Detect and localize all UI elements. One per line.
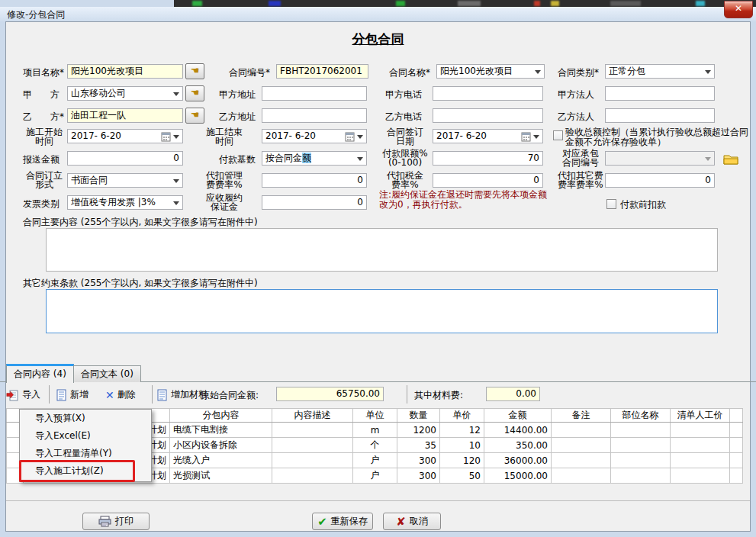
sign-date-value: 2017- 6-20 [436, 130, 487, 141]
pre-pay-deduct-checkbox[interactable] [606, 199, 616, 209]
deposit-field[interactable]: 0 [262, 195, 367, 210]
party-b-label: 乙 方* [23, 111, 64, 123]
col-desc[interactable]: 内容描述 [272, 409, 353, 423]
party-a-tel-label: 甲方电话 [385, 88, 422, 101]
tab-contract-content[interactable]: 合同内容 (4) [6, 364, 74, 383]
calendar-icon[interactable] [521, 131, 531, 142]
pay-limit-field[interactable]: 70 [433, 151, 543, 166]
related-contract-combo[interactable] [605, 151, 715, 166]
contract-type-combo[interactable]: 正常分包 [605, 64, 715, 79]
background-icon [192, 1, 202, 6]
start-date-field[interactable]: 2017- 6-20 [67, 129, 183, 143]
pay-base-label: 付款基数 [219, 153, 256, 166]
chevron-down-icon[interactable] [173, 201, 179, 205]
contract-form-combo[interactable]: 书面合同 [67, 173, 183, 188]
col-price[interactable]: 单价 [440, 409, 484, 423]
project-name-field[interactable]: 阳光100光改项目 [67, 64, 183, 79]
print-button[interactable]: 打印 [82, 513, 150, 530]
background-icon [458, 1, 481, 6]
contract-form-label: 合同订立 形式 [21, 171, 67, 189]
chevron-down-icon[interactable] [357, 135, 363, 139]
other-terms-textarea[interactable] [46, 289, 718, 333]
chevron-down-icon[interactable] [533, 135, 539, 139]
material-fee-field[interactable]: 0.00 [486, 387, 540, 401]
related-contract-label: 对应承包 合同编号 [556, 149, 605, 167]
party-a-label: 甲 方 [23, 88, 60, 101]
printer-icon [98, 516, 111, 527]
contract-no-field[interactable]: FBHT2017062001 [276, 64, 368, 79]
contract-name-combo[interactable]: 阳光100光改项目 [436, 64, 545, 79]
party-b-field[interactable]: 油田工程一队 [67, 108, 183, 123]
col-content[interactable]: 分包内容 [170, 409, 272, 423]
report-amount-label: 报送金额 [23, 153, 60, 166]
background-icon [269, 1, 281, 6]
delete-row-button[interactable]: ✕删除 [105, 386, 136, 403]
tax-fee-field[interactable]: 0 [433, 173, 543, 188]
invoice-type-combo[interactable]: 增值税专用发票 |3% [67, 195, 183, 210]
party-b-tel-field[interactable] [433, 108, 543, 123]
deposit-label: 应收履约 保证金 [191, 193, 258, 211]
accept-total-control-checkbox[interactable] [553, 130, 563, 140]
col-remark[interactable]: 备注 [552, 409, 611, 423]
main-content-textarea[interactable] [46, 228, 718, 272]
hand-pointer-icon: ☚ [191, 65, 200, 76]
col-qty[interactable]: 数量 [397, 409, 440, 423]
tab-contract-text[interactable]: 合同文本 (0) [73, 365, 141, 382]
report-amount-field[interactable]: 0 [67, 151, 183, 166]
party-a-legal-field[interactable] [605, 86, 715, 101]
chevron-down-icon[interactable] [705, 70, 711, 74]
background-window-strip [0, 0, 756, 7]
col-part[interactable]: 部位名称 [611, 409, 671, 423]
import-icon [6, 389, 19, 401]
add-row-button[interactable]: 新增 [56, 386, 88, 403]
hand-pointer-icon: ☚ [191, 87, 200, 98]
hand-pointer-icon: ☚ [191, 109, 200, 121]
toolbar-separator [407, 385, 407, 404]
project-name-label: 项目名称* [23, 66, 64, 79]
chevron-down-icon[interactable] [173, 92, 179, 96]
party-a-combo[interactable]: 山东移动公司 [67, 86, 183, 101]
material-fee-label: 其中材料费: [414, 387, 463, 403]
menu-item-import-excel[interactable]: 导入Excel(E) [20, 427, 151, 445]
party-a-picker-button[interactable]: ☚ [185, 85, 204, 101]
party-a-addr-field[interactable] [262, 86, 367, 101]
cancel-label: 取消 [410, 516, 428, 526]
tax-fee-label: 代扣税金 费率% [380, 171, 430, 189]
col-unit[interactable]: 单位 [353, 409, 397, 423]
col-amount[interactable]: 金额 [484, 409, 552, 423]
print-label: 打印 [115, 516, 134, 526]
orig-amount-field[interactable]: 65750.00 [276, 387, 384, 401]
party-b-addr-field[interactable] [262, 108, 367, 123]
delete-icon: ✕ [105, 387, 114, 404]
menu-item-import-budget[interactable]: 导入预算(X) [20, 410, 151, 427]
main-content-label: 合同主要内容 (255个字以内, 如果文字很多请写在附件中) [23, 216, 258, 228]
sign-date-field[interactable]: 2017- 6-20 [433, 129, 543, 143]
browse-folder-button[interactable] [721, 150, 741, 167]
end-date-field[interactable]: 2017- 6-20 [262, 129, 367, 143]
calendar-icon[interactable] [345, 131, 355, 142]
chevron-down-icon[interactable] [357, 157, 363, 161]
cancel-button[interactable]: ✘取消 [383, 513, 441, 530]
background-icon [696, 1, 705, 6]
title-bar[interactable] [0, 7, 756, 21]
sign-date-label: 合同签订 日期 [380, 127, 430, 146]
col-list-price[interactable]: 清单人工价 [671, 409, 730, 423]
party-b-picker-button[interactable]: ☚ [185, 108, 204, 124]
project-picker-button[interactable]: ☚ [185, 63, 204, 79]
chevron-down-icon[interactable] [173, 135, 179, 139]
import-button[interactable]: 导入 [6, 386, 40, 403]
mgmt-fee-field[interactable]: 0 [262, 173, 367, 188]
party-b-addr-label: 乙方地址 [219, 111, 256, 123]
chevron-down-icon[interactable] [535, 70, 541, 74]
chevron-down-icon[interactable] [173, 179, 179, 183]
other-fee-field[interactable]: 0 [605, 173, 715, 188]
cross-icon: ✘ [396, 514, 406, 529]
deposit-note: 注:履约保证金在退还时需要先将本项金额改为0，再执行付款。 [379, 190, 555, 210]
calendar-icon[interactable] [161, 131, 171, 142]
start-date-value: 2017- 6-20 [71, 130, 121, 141]
party-b-legal-field[interactable] [605, 108, 715, 123]
party-a-tel-field[interactable] [433, 86, 543, 101]
save-button[interactable]: ✔重新保存 [312, 513, 373, 530]
close-button[interactable]: ✕ [724, 1, 753, 18]
pay-base-combo[interactable]: 按合同金额 [262, 151, 367, 166]
